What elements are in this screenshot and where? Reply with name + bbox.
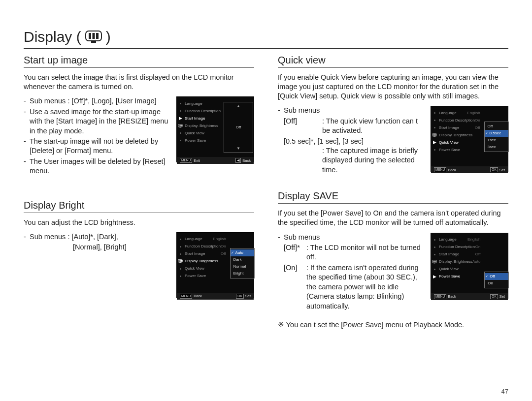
option-desc: : The LCD monitor will not be turned off… [306, 243, 425, 262]
option-desc: : The quick view function can t be activ… [322, 117, 425, 136]
svg-rect-19 [433, 136, 435, 137]
display-icon [85, 31, 102, 43]
sub-menus-label: Sub menus [284, 106, 425, 115]
ok-key: OK [236, 294, 243, 299]
menu-key: MENU [434, 294, 446, 299]
list-item: The User images will be deleted by [Rese… [30, 157, 170, 176]
svg-rect-6 [179, 124, 180, 126]
list-item: Use a saved image for the start-up image… [30, 107, 170, 136]
svg-rect-1 [89, 33, 91, 39]
camera-menu-brightness: LanguageEnglish Function DescriptionOn S… [176, 232, 254, 298]
page-number: 47 [501, 388, 508, 395]
section-start-up: Start up image You can select the image … [24, 55, 254, 177]
section-body: -Sub menus : [Off]*, [Logo], [User Image… [24, 96, 170, 177]
option-05sec: 0.5sec [485, 130, 508, 137]
options-popup: Off 0.5sec 1sec 3sec [484, 122, 509, 152]
back-key-icon: ◀ [235, 158, 241, 163]
display-icon [432, 260, 437, 264]
section-intro: You can adjust the LCD brightness. [24, 218, 254, 227]
section-body: -Sub menus [Off] : The quick view functi… [278, 106, 425, 176]
option-on: On [485, 280, 508, 287]
svg-rect-22 [434, 261, 435, 262]
page-title-suffix: ) [106, 29, 111, 45]
section-body: -Sub menus : [Auto]*, [Dark], [Normal], … [24, 232, 170, 253]
svg-rect-14 [179, 263, 181, 263]
section-intro: If you set the [Power Save] to On and th… [278, 209, 508, 227]
section-title: Display Bright [24, 200, 254, 213]
option-desc: : If the camera isn't operated during th… [306, 263, 425, 311]
page-title: Display ( ) [24, 29, 508, 49]
option-dark: Dark [231, 256, 254, 263]
section-title: Start up image [24, 55, 254, 68]
right-column: Quick view If you enable Quick View befo… [278, 55, 508, 343]
display-icon [178, 124, 183, 128]
svg-rect-7 [180, 124, 181, 126]
start-image-preview: ▲ Off ▼ [224, 102, 253, 153]
chevron-down-icon: ▼ [236, 147, 240, 151]
svg-rect-17 [434, 134, 435, 135]
option-label: [0.5 sec]*, [1 sec], [3 sec] [284, 137, 425, 146]
svg-rect-9 [179, 127, 181, 127]
option-label: [Off]* [284, 243, 306, 262]
section-title: Quick view [278, 55, 508, 68]
section-intro: If you enable Quick View before capturin… [278, 73, 508, 101]
svg-rect-8 [181, 124, 182, 126]
svg-rect-24 [433, 263, 435, 263]
section-title: Display SAVE [278, 190, 508, 204]
sub-menus-label: Sub menus [284, 233, 425, 242]
svg-rect-11 [179, 260, 180, 262]
option-3sec: 3sec [485, 144, 508, 151]
option-label: [Off] [284, 117, 322, 136]
ok-key: OK [490, 294, 498, 299]
option-off: Off [485, 123, 508, 130]
svg-rect-12 [180, 260, 181, 262]
svg-rect-3 [96, 33, 99, 39]
option-1sec: 1sec [485, 137, 508, 144]
left-column: Start up image You can select the image … [24, 55, 254, 343]
section-display-bright: Display Bright You can adjust the LCD br… [24, 200, 254, 298]
display-icon [178, 259, 183, 263]
svg-rect-16 [433, 134, 434, 135]
note: ※ You can t set the [Power Save] menu of… [278, 321, 508, 329]
section-body: -Sub menus [Off]* : The LCD monitor will… [278, 233, 425, 312]
list-item: Sub menus : [Off]*, [Logo], [User Image] [30, 96, 170, 106]
start-image-option: Off [236, 125, 241, 129]
svg-rect-18 [435, 134, 436, 135]
section-intro: You can select the image that is first d… [24, 73, 254, 92]
option-off: Off [485, 273, 508, 280]
svg-rect-21 [433, 261, 434, 262]
option-desc: : The captured image is briefly displaye… [322, 146, 425, 175]
list-item: Sub menus : [Auto]*, [Dark], [30, 232, 170, 242]
menu-key: MENU [180, 158, 192, 163]
list-item: [Normal], [Bright] [30, 243, 170, 252]
section-quick-view: Quick view If you enable Quick View befo… [278, 55, 508, 176]
option-bright: Bright [231, 270, 254, 277]
menu-key: MENU [180, 294, 192, 299]
options-popup: Off On [484, 272, 509, 288]
camera-menu-start-image: Language Function Description ▶Start Ima… [176, 96, 254, 162]
menu-key: MENU [434, 167, 446, 172]
svg-rect-13 [181, 260, 182, 262]
option-normal: Normal [231, 263, 254, 270]
section-display-save: Display SAVE If you set the [Power Save]… [278, 190, 508, 329]
svg-rect-4 [91, 41, 96, 43]
camera-menu-quick-view: LanguageEnglish Function DescriptionOn S… [431, 106, 508, 172]
svg-rect-2 [92, 33, 95, 39]
option-label: [On] [284, 263, 306, 311]
chevron-up-icon: ▲ [236, 104, 240, 108]
page-title-prefix: Display ( [24, 29, 81, 45]
ok-key: OK [490, 167, 498, 172]
option-auto: Auto [231, 249, 254, 256]
list-item: The start-up image will not be deleted b… [30, 137, 170, 156]
camera-menu-power-save: LanguageEnglish Function DescriptionOn S… [431, 233, 508, 299]
svg-rect-23 [435, 261, 436, 262]
display-icon [432, 133, 437, 137]
options-popup: Auto Dark Normal Bright [230, 248, 255, 278]
